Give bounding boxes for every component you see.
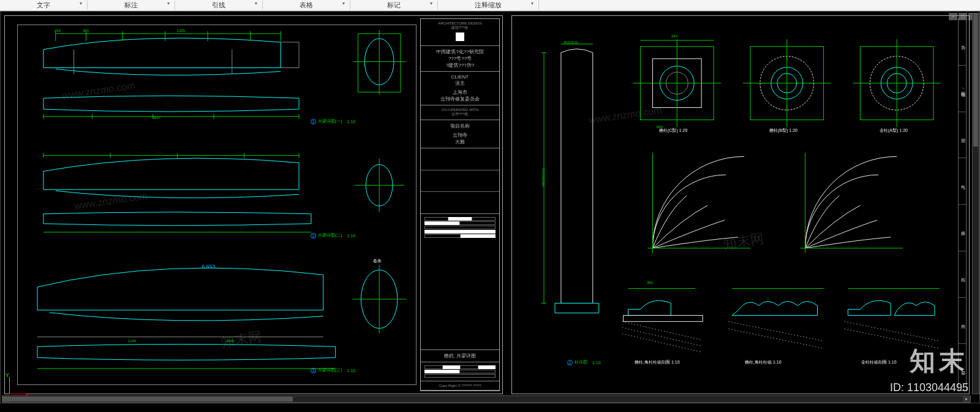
dim: 1150 [128,339,136,343]
tb-footer: Copy Right © ????? ???? [421,381,499,391]
strip-seg: 电气 [959,158,966,205]
svg-line-56 [844,321,939,341]
col-type-b: 檐柱(B型) 1:20 [769,128,797,134]
strip-seg: 结构 [959,251,966,298]
discipline-strip: 动力 深化/电气调节 空调 电气 给排水 结构 室内 幕墙 [958,18,967,391]
sheet1-svg: 6.653 [18,25,416,384]
tb-sig [421,362,499,381]
col-elev-label: 1 柱详图 1:10 [567,359,601,365]
tb-institute: 中国建筑?化??研究院 ???号??号 ?建筑???所? [421,46,499,72]
sheet-frame-2: 动力 深化/电气调节 空调 电气 给排水 结构 室内 幕墙 [511,15,970,394]
svg-rect-51 [624,315,703,321]
image-id: ID: 1103044495 [890,381,968,394]
tb-drawing-title: 檐枋, 月梁详图 [421,350,499,362]
tb-coop: CO-OPERATED WITH 合作???处 [421,105,499,120]
svg-text:6.653: 6.653 [202,264,215,270]
dim: 230 [55,29,61,32]
tb-grid [421,148,499,214]
brand-watermark: 知末 [910,344,968,378]
tb-arch: ARCHITECTURE DESIGN 建筑???处 [421,19,499,46]
strip-seg: 空调 [959,112,966,159]
dim: 300 [83,29,89,32]
dim: 800 [657,125,663,129]
tb-revisions [421,214,499,350]
base-sec-2: 檐柱,角柱柱础 1:10 [745,359,782,365]
ribbon-tab-leader[interactable]: 引线 [175,1,263,10]
drawing-viewport[interactable]: – □ × [0,11,980,403]
dim: 1325 [177,29,185,32]
ribbon-tab-table[interactable]: 表格 [263,1,350,10]
strip-seg: 室内 [959,298,966,345]
view-label-1: 1 月梁详图(一) 1:10 [311,118,355,124]
sheet-frame-1: 6.653 1 月梁详图(一) 1:1 [4,15,503,394]
base-sec-1: 檐柱,角柱柱础剖面 1:10 [635,359,680,365]
tb-client: CLIENT 业主 上海市 云翔寺修复委员会 [421,72,499,105]
ribbon-tab-text[interactable]: 文字 [0,1,88,10]
sheet-inner-1: 6.653 1 月梁详图(一) 1:1 [17,25,417,385]
h-scrollbar[interactable]: ◂ ▸ [2,395,971,403]
dim: 300(310) [564,40,578,44]
v-scrollbar[interactable] [972,13,979,394]
svg-line-53 [728,321,823,341]
title-block-1: ARCHITECTURE DESIGN 建筑???处 中国建筑?化??研究院 ?… [420,18,500,391]
dim: 3000 [226,339,234,343]
sheet2-svg [512,16,969,394]
ribbon-tab-dim[interactable]: 标注 [88,1,175,10]
dim: 6800(6310) [541,168,545,187]
strip-seg: 给排水 [959,205,966,251]
scroll-right-icon[interactable]: ▸ [963,396,970,402]
dim: 240 [671,34,677,38]
svg-line-54 [728,329,823,348]
ribbon-tab-annoscale[interactable]: 注释缩放 [438,1,539,10]
view-label-3: 3 月梁详图(三) 1:10 [311,367,355,373]
dim: 385 [647,281,653,284]
col-type-a: 金柱(A型) 1:20 [880,128,908,134]
v-scroll-thumb[interactable] [973,13,978,147]
ribbon-tab-mark[interactable]: 标记 [350,1,438,10]
view-label-2: 2 月梁详图(二) 1:10 [311,232,355,238]
section-note: 卷杀 [373,258,382,264]
dim: 2637 [153,116,160,120]
cad-canvas[interactable]: 6.653 1 月梁详图(一) 1:1 [1,12,979,403]
ribbon-tabs: 文字 标注 引线 表格 标记 注释缩放 [0,0,980,11]
strip-seg: 深化/电气调节 [959,66,966,112]
h-scroll-thumb[interactable] [2,397,293,402]
tb-project: 项目名称 云翔寺 大殿 [421,120,499,148]
base-sec-3: 金柱柱础剖面 1:10 [861,359,897,365]
col-type-c: 檐柱(C型) 1:20 [659,128,687,134]
strip-seg: 动力 [959,19,966,66]
